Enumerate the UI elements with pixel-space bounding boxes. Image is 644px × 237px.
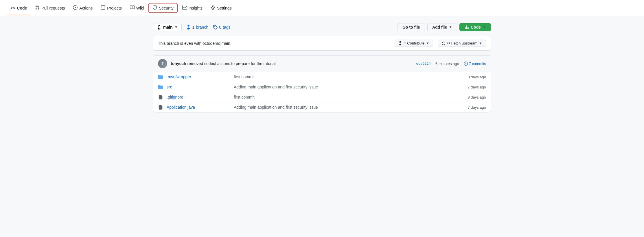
branch-name: main [163, 25, 173, 29]
clock-icon [464, 62, 468, 66]
fetch-upstream-button[interactable]: ↺ Fetch upstream ▼ [438, 40, 486, 47]
branch-selector-icon [157, 25, 161, 29]
branch-count-link[interactable]: 1 branch [186, 25, 209, 29]
file-row: src Adding main application and first se… [153, 82, 491, 92]
file-name-mvn[interactable]: .mvn/wrapper [167, 75, 230, 79]
nav-insights[interactable]: Insights [179, 3, 206, 13]
nav-projects-label: Projects [107, 6, 122, 10]
pull-requests-icon [35, 5, 40, 11]
nav-code[interactable]: <> Code [7, 3, 30, 13]
go-to-file-button[interactable]: Go to file [398, 23, 425, 31]
branch-message-text: This branch is even with octodemo:main. [158, 41, 231, 46]
nav-settings[interactable]: Settings [207, 3, 235, 13]
file-icon-appjava [158, 105, 163, 110]
insights-icon [182, 5, 187, 11]
settings-icon [211, 5, 215, 11]
nav-projects[interactable]: Projects [97, 3, 125, 13]
commits-history-link[interactable]: 7 commits [464, 62, 486, 66]
nav-wiki-label: Wiki [136, 6, 144, 10]
avatar-image: T [158, 59, 167, 68]
branch-text: branch [196, 25, 208, 29]
contribute-button[interactable]: ⑂ Contribute ▼ [395, 40, 433, 47]
file-time-src: 7 days ago [463, 85, 486, 89]
file-time-appjava: 7 days ago [463, 105, 486, 110]
fetch-icon [441, 41, 446, 45]
file-row: Application.java Adding main application… [153, 102, 491, 112]
file-name-gitignore[interactable]: .gitignore [167, 95, 230, 99]
fetch-label: ↺ Fetch upstream [447, 41, 477, 45]
tag-icon [213, 25, 218, 29]
file-icon-gitignore [158, 95, 163, 100]
commit-time: 6 minutes ago [435, 62, 459, 66]
latest-commit-row: T tonycch removed codeql actions to prep… [153, 55, 491, 72]
nav-wiki[interactable]: Wiki [126, 3, 147, 13]
code-chevron: ▼ [483, 25, 486, 29]
file-row: .gitignore first commit 8 days ago [153, 92, 491, 102]
tag-text: tags [223, 25, 230, 29]
toolbar: main ▼ 1 branch 0 tags Go to file Add fi… [153, 23, 491, 31]
file-name-appjava[interactable]: Application.java [167, 105, 230, 110]
nav-actions-label: Actions [79, 6, 93, 10]
projects-icon [101, 5, 105, 11]
commit-hash[interactable]: eca6214 [416, 62, 431, 66]
branch-chevron: ▼ [174, 25, 178, 29]
main-content: main ▼ 1 branch 0 tags Go to file Add fi… [148, 16, 496, 119]
commit-author[interactable]: tonycch [171, 61, 186, 66]
code-icon: <> [10, 6, 15, 10]
toolbar-right: Go to file Add file ▼ Code ▼ [398, 23, 491, 31]
nav-pull-requests-label: Pull requests [41, 6, 65, 10]
file-table: T tonycch removed codeql actions to prep… [153, 55, 491, 112]
branch-message-actions: ⑂ Contribute ▼ ↺ Fetch upstream ▼ [395, 40, 486, 47]
nav-code-label: Code [17, 6, 27, 10]
actions-icon [73, 5, 78, 11]
top-navigation: <> Code Pull requests Actions Projects W… [0, 0, 644, 16]
branch-message-bar: This branch is even with octodemo:main. … [153, 36, 491, 51]
branch-info: 1 branch 0 tags [186, 25, 231, 29]
contribute-icon [398, 41, 402, 45]
contribute-chevron: ▼ [426, 41, 429, 45]
go-to-file-label: Go to file [402, 25, 420, 29]
file-name-src[interactable]: src [167, 85, 230, 89]
file-commit-mvn: first commit [234, 75, 459, 79]
nav-actions[interactable]: Actions [69, 3, 96, 13]
add-file-chevron: ▼ [449, 25, 452, 29]
branch-selector-button[interactable]: main ▼ [153, 23, 182, 31]
folder-icon-mvn [158, 74, 163, 79]
download-icon [464, 25, 469, 29]
file-commit-appjava: Adding main application and first securi… [234, 105, 459, 110]
commit-author-avatar: T [158, 59, 167, 68]
nav-security[interactable]: Security [148, 3, 178, 13]
file-commit-src: Adding main application and first securi… [234, 85, 459, 89]
file-commit-gitignore: first commit [234, 95, 459, 99]
nav-insights-label: Insights [189, 6, 203, 10]
nav-security-label: Security [159, 6, 174, 10]
code-label: Code [471, 25, 481, 29]
tag-count-link[interactable]: 0 tags [213, 25, 230, 29]
nav-pull-requests[interactable]: Pull requests [32, 3, 68, 13]
commits-count: 7 commits [469, 62, 486, 66]
contribute-label: ⑂ Contribute [404, 41, 425, 45]
file-row: .mvn/wrapper first commit 8 days ago [153, 72, 491, 82]
file-time-mvn: 8 days ago [463, 75, 486, 79]
add-file-label: Add file [432, 25, 447, 29]
file-time-gitignore: 8 days ago [463, 95, 486, 99]
code-button[interactable]: Code ▼ [459, 23, 491, 31]
commit-info: tonycch removed codeql actions to prepar… [171, 61, 413, 66]
add-file-button[interactable]: Add file ▼ [427, 23, 457, 31]
wiki-icon [130, 5, 135, 11]
security-icon [152, 5, 157, 11]
folder-icon-src [158, 84, 163, 90]
branch-count: 1 [192, 25, 195, 29]
tag-count: 0 [219, 25, 221, 29]
branch-count-icon [186, 25, 191, 29]
commit-message[interactable]: removed codeql actions to prepare for th… [187, 61, 276, 66]
nav-settings-label: Settings [217, 6, 232, 10]
commit-meta: eca6214 6 minutes ago 7 commits [416, 62, 486, 66]
fetch-chevron: ▼ [479, 41, 482, 45]
